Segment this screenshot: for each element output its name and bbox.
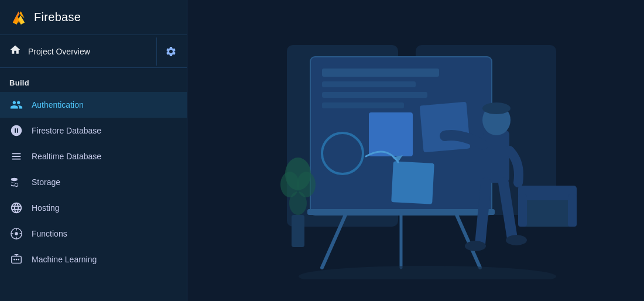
svg-point-4 xyxy=(16,259,18,261)
sidebar-item-storage[interactable]: Storage xyxy=(0,169,187,195)
functions-label: Functions xyxy=(32,229,67,238)
functions-icon xyxy=(9,227,23,241)
settings-button[interactable] xyxy=(156,37,184,66)
sidebar-item-realtime[interactable]: Realtime Database xyxy=(0,143,187,169)
svg-point-24 xyxy=(482,102,511,114)
sidebar: Firebase Project Overview Build Authenti… xyxy=(0,0,187,301)
svg-rect-21 xyxy=(307,209,495,215)
sidebar-item-firestore[interactable]: Firestore Database xyxy=(0,118,187,143)
project-overview-bar: Project Overview xyxy=(0,35,187,68)
machine-learning-label: Machine Learning xyxy=(32,255,97,264)
svg-point-5 xyxy=(18,259,19,261)
svg-rect-9 xyxy=(322,69,439,77)
machine-learning-icon xyxy=(9,252,23,266)
build-section-label: Build xyxy=(0,68,187,92)
firebase-logo-icon xyxy=(9,8,28,27)
svg-rect-27 xyxy=(292,215,304,247)
sidebar-item-authentication[interactable]: Authentication xyxy=(0,92,187,118)
realtime-icon xyxy=(9,149,23,163)
hosting-label: Hosting xyxy=(32,203,59,213)
authentication-label: Authentication xyxy=(32,100,84,110)
hosting-icon xyxy=(9,201,23,215)
project-overview-label: Project Overview xyxy=(28,47,90,56)
svg-rect-14 xyxy=(420,102,471,153)
authentication-icon xyxy=(9,98,23,112)
main-content xyxy=(187,0,644,301)
svg-point-3 xyxy=(13,259,15,261)
svg-rect-11 xyxy=(322,92,427,98)
firestore-label: Firestore Database xyxy=(32,126,101,135)
realtime-label: Realtime Database xyxy=(32,152,101,161)
app-title: Firebase xyxy=(34,11,81,24)
sidebar-item-hosting[interactable]: Hosting xyxy=(0,195,187,221)
svg-rect-12 xyxy=(322,102,404,108)
home-icon xyxy=(9,44,21,59)
storage-label: Storage xyxy=(32,177,60,187)
sidebar-item-machine-learning[interactable]: Machine Learning xyxy=(0,247,187,272)
svg-point-26 xyxy=(506,235,527,245)
svg-point-31 xyxy=(289,191,307,215)
svg-point-32 xyxy=(299,266,556,279)
sidebar-header: Firebase xyxy=(0,0,187,35)
firestore-icon xyxy=(9,124,23,138)
svg-point-1 xyxy=(15,232,18,235)
svg-rect-13 xyxy=(369,112,413,156)
svg-rect-10 xyxy=(322,81,416,87)
sidebar-item-functions[interactable]: Functions xyxy=(0,221,187,247)
gear-icon xyxy=(165,46,177,57)
storage-icon xyxy=(9,175,23,189)
project-overview-button[interactable]: Project Overview xyxy=(2,35,156,67)
svg-rect-15 xyxy=(391,161,434,204)
svg-rect-22 xyxy=(483,130,509,183)
svg-rect-36 xyxy=(568,194,577,227)
svg-rect-35 xyxy=(518,194,527,227)
svg-point-25 xyxy=(465,241,486,251)
hero-illustration xyxy=(252,22,580,279)
